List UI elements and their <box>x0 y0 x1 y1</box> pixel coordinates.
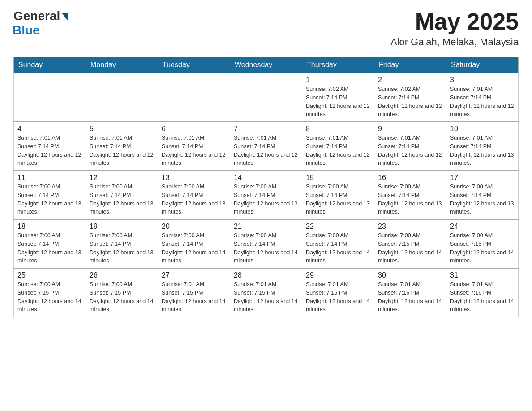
day-info: Sunrise: 7:00 AM Sunset: 7:14 PM Dayligh… <box>17 231 82 265</box>
calendar-cell: 30Sunrise: 7:01 AM Sunset: 7:16 PM Dayli… <box>374 268 446 317</box>
weekday-header-saturday: Saturday <box>446 57 519 73</box>
day-info: Sunrise: 7:01 AM Sunset: 7:15 PM Dayligh… <box>234 280 298 314</box>
day-info: Sunrise: 7:01 AM Sunset: 7:14 PM Dayligh… <box>162 134 226 167</box>
day-info: Sunrise: 7:01 AM Sunset: 7:14 PM Dayligh… <box>17 134 82 167</box>
day-number: 23 <box>378 223 442 231</box>
calendar-cell <box>158 73 230 122</box>
day-info: Sunrise: 7:00 AM Sunset: 7:14 PM Dayligh… <box>378 183 442 216</box>
calendar-cell: 5Sunrise: 7:01 AM Sunset: 7:14 PM Daylig… <box>86 122 158 171</box>
day-info: Sunrise: 7:01 AM Sunset: 7:15 PM Dayligh… <box>162 280 226 314</box>
calendar-cell: 20Sunrise: 7:00 AM Sunset: 7:14 PM Dayli… <box>158 219 230 268</box>
day-info: Sunrise: 7:00 AM Sunset: 7:15 PM Dayligh… <box>450 231 515 265</box>
logo: General Blue <box>13 9 68 38</box>
day-info: Sunrise: 7:00 AM Sunset: 7:14 PM Dayligh… <box>90 231 154 265</box>
day-number: 8 <box>306 125 370 133</box>
calendar-cell: 7Sunrise: 7:01 AM Sunset: 7:14 PM Daylig… <box>230 122 302 171</box>
day-number: 11 <box>17 174 82 182</box>
day-number: 27 <box>162 271 226 279</box>
day-number: 10 <box>450 125 515 133</box>
day-info: Sunrise: 7:00 AM Sunset: 7:14 PM Dayligh… <box>450 183 515 216</box>
weekday-header-wednesday: Wednesday <box>230 57 302 73</box>
day-number: 9 <box>378 125 442 133</box>
day-number: 1 <box>306 76 370 84</box>
day-number: 30 <box>378 271 442 279</box>
day-info: Sunrise: 7:02 AM Sunset: 7:14 PM Dayligh… <box>306 85 370 119</box>
calendar-cell: 9Sunrise: 7:01 AM Sunset: 7:14 PM Daylig… <box>374 122 446 171</box>
calendar-cell: 22Sunrise: 7:00 AM Sunset: 7:14 PM Dayli… <box>302 219 374 268</box>
calendar-cell: 21Sunrise: 7:00 AM Sunset: 7:14 PM Dayli… <box>230 219 302 268</box>
day-number: 3 <box>450 76 515 84</box>
weekday-header-friday: Friday <box>374 57 446 73</box>
calendar-cell: 11Sunrise: 7:00 AM Sunset: 7:14 PM Dayli… <box>14 171 86 219</box>
calendar-cell: 2Sunrise: 7:02 AM Sunset: 7:14 PM Daylig… <box>374 73 446 122</box>
calendar-cell: 15Sunrise: 7:00 AM Sunset: 7:14 PM Dayli… <box>302 171 374 219</box>
day-info: Sunrise: 7:00 AM Sunset: 7:14 PM Dayligh… <box>306 231 370 265</box>
day-info: Sunrise: 7:01 AM Sunset: 7:14 PM Dayligh… <box>306 134 370 167</box>
calendar-cell: 4Sunrise: 7:01 AM Sunset: 7:14 PM Daylig… <box>14 122 86 171</box>
day-number: 14 <box>234 174 298 182</box>
logo-arrow-icon <box>62 13 68 21</box>
day-info: Sunrise: 7:01 AM Sunset: 7:16 PM Dayligh… <box>450 280 515 314</box>
weekday-header-thursday: Thursday <box>302 57 374 73</box>
day-info: Sunrise: 7:00 AM Sunset: 7:15 PM Dayligh… <box>378 231 442 265</box>
day-info: Sunrise: 7:00 AM Sunset: 7:14 PM Dayligh… <box>162 231 226 265</box>
day-info: Sunrise: 7:00 AM Sunset: 7:14 PM Dayligh… <box>17 183 82 216</box>
calendar-cell <box>14 73 86 122</box>
calendar-header-row: SundayMondayTuesdayWednesdayThursdayFrid… <box>14 57 519 73</box>
calendar-cell: 25Sunrise: 7:00 AM Sunset: 7:15 PM Dayli… <box>14 268 86 317</box>
day-number: 25 <box>17 271 82 279</box>
calendar-week-row: 1Sunrise: 7:02 AM Sunset: 7:14 PM Daylig… <box>14 73 519 122</box>
calendar-week-row: 18Sunrise: 7:00 AM Sunset: 7:14 PM Dayli… <box>14 219 519 268</box>
day-info: Sunrise: 7:00 AM Sunset: 7:14 PM Dayligh… <box>234 183 298 216</box>
month-title: May 2025 <box>390 9 519 34</box>
calendar-cell: 14Sunrise: 7:00 AM Sunset: 7:14 PM Dayli… <box>230 171 302 219</box>
day-number: 28 <box>234 271 298 279</box>
day-number: 2 <box>378 76 442 84</box>
title-section: May 2025 Alor Gajah, Melaka, Malaysia <box>390 9 519 48</box>
page-header: General Blue May 2025 Alor Gajah, Melaka… <box>13 9 519 48</box>
day-number: 5 <box>90 125 154 133</box>
day-number: 26 <box>90 271 154 279</box>
day-number: 12 <box>90 174 154 182</box>
calendar-cell: 19Sunrise: 7:00 AM Sunset: 7:14 PM Dayli… <box>86 219 158 268</box>
calendar-cell: 12Sunrise: 7:00 AM Sunset: 7:14 PM Dayli… <box>86 171 158 219</box>
calendar-cell: 1Sunrise: 7:02 AM Sunset: 7:14 PM Daylig… <box>302 73 374 122</box>
calendar-cell <box>230 73 302 122</box>
day-number: 17 <box>450 174 515 182</box>
calendar-cell: 6Sunrise: 7:01 AM Sunset: 7:14 PM Daylig… <box>158 122 230 171</box>
calendar-table: SundayMondayTuesdayWednesdayThursdayFrid… <box>13 57 519 317</box>
day-number: 16 <box>378 174 442 182</box>
calendar-cell: 13Sunrise: 7:00 AM Sunset: 7:14 PM Dayli… <box>158 171 230 219</box>
calendar-cell: 31Sunrise: 7:01 AM Sunset: 7:16 PM Dayli… <box>446 268 519 317</box>
day-info: Sunrise: 7:00 AM Sunset: 7:15 PM Dayligh… <box>90 280 154 314</box>
day-number: 7 <box>234 125 298 133</box>
calendar-week-row: 4Sunrise: 7:01 AM Sunset: 7:14 PM Daylig… <box>14 122 519 171</box>
day-info: Sunrise: 7:01 AM Sunset: 7:16 PM Dayligh… <box>378 280 442 314</box>
calendar-cell: 28Sunrise: 7:01 AM Sunset: 7:15 PM Dayli… <box>230 268 302 317</box>
weekday-header-monday: Monday <box>86 57 158 73</box>
day-info: Sunrise: 7:00 AM Sunset: 7:14 PM Dayligh… <box>90 183 154 216</box>
calendar-cell <box>86 73 158 122</box>
day-info: Sunrise: 7:00 AM Sunset: 7:14 PM Dayligh… <box>306 183 370 216</box>
calendar-week-row: 11Sunrise: 7:00 AM Sunset: 7:14 PM Dayli… <box>14 171 519 219</box>
logo-general-text: General <box>13 9 60 23</box>
calendar-cell: 3Sunrise: 7:01 AM Sunset: 7:14 PM Daylig… <box>446 73 519 122</box>
day-info: Sunrise: 7:00 AM Sunset: 7:14 PM Dayligh… <box>234 231 298 265</box>
day-info: Sunrise: 7:01 AM Sunset: 7:14 PM Dayligh… <box>90 134 154 167</box>
day-number: 6 <box>162 125 226 133</box>
day-info: Sunrise: 7:01 AM Sunset: 7:14 PM Dayligh… <box>234 134 298 167</box>
day-number: 13 <box>162 174 226 182</box>
day-number: 29 <box>306 271 370 279</box>
location-title: Alor Gajah, Melaka, Malaysia <box>390 36 519 48</box>
day-info: Sunrise: 7:01 AM Sunset: 7:15 PM Dayligh… <box>306 280 370 314</box>
day-number: 20 <box>162 223 226 231</box>
calendar-cell: 16Sunrise: 7:00 AM Sunset: 7:14 PM Dayli… <box>374 171 446 219</box>
calendar-cell: 26Sunrise: 7:00 AM Sunset: 7:15 PM Dayli… <box>86 268 158 317</box>
logo-blue-text: Blue <box>13 23 40 38</box>
day-number: 24 <box>450 223 515 231</box>
calendar-cell: 18Sunrise: 7:00 AM Sunset: 7:14 PM Dayli… <box>14 219 86 268</box>
calendar-cell: 8Sunrise: 7:01 AM Sunset: 7:14 PM Daylig… <box>302 122 374 171</box>
day-number: 22 <box>306 223 370 231</box>
day-info: Sunrise: 7:01 AM Sunset: 7:14 PM Dayligh… <box>450 134 515 167</box>
day-number: 18 <box>17 223 82 231</box>
